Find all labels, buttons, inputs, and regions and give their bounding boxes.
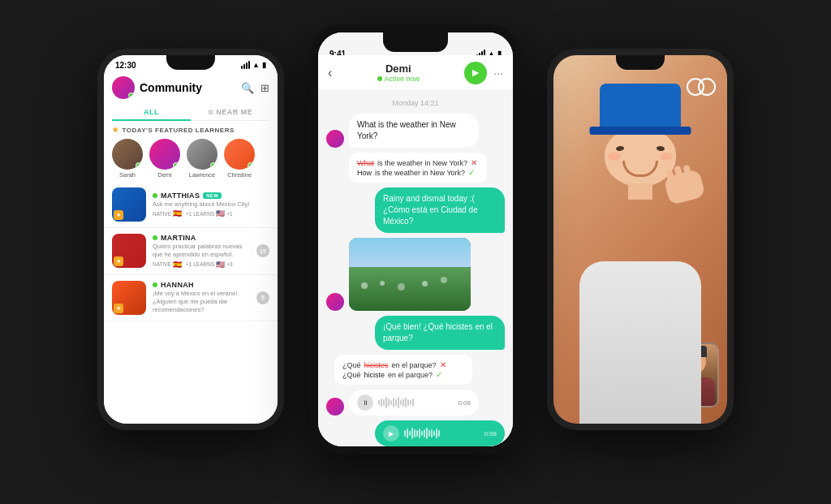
audio-player-received[interactable]: ⏸ bbox=[349, 390, 479, 416]
ws5 bbox=[414, 429, 416, 437]
left-eye bbox=[616, 146, 624, 152]
wb8 bbox=[395, 399, 397, 406]
featured-person-demi[interactable]: Demi bbox=[149, 139, 180, 179]
hat-top bbox=[600, 84, 681, 128]
correction-text-1: is the weather in New York? bbox=[377, 159, 467, 167]
user-flags-matthias: NATIVE 🇪🇸 +1 LEARNS 🇺🇸 +1 bbox=[153, 209, 269, 218]
filter-icon[interactable]: ⊞ bbox=[260, 82, 269, 94]
video-call-button[interactable]: ▶ bbox=[464, 62, 487, 84]
msg-count-hannah: 5 bbox=[256, 291, 269, 304]
svg-point-1 bbox=[699, 79, 715, 95]
featured-avatars: Sarah Demi Lawrence bbox=[112, 139, 269, 179]
search-icon[interactable]: 🔍 bbox=[241, 82, 254, 94]
star-icon: ★ bbox=[112, 126, 119, 134]
featured-section: ★ TODAY'S FEATURED LEARNERS Sarah Demi bbox=[104, 121, 278, 182]
msg-row-sent-1: Rainy and dismal today :( ¿Cómo está en … bbox=[326, 187, 505, 233]
right-cheek bbox=[660, 153, 673, 161]
online-dot-christine bbox=[248, 162, 254, 169]
logo-svg bbox=[687, 78, 716, 96]
video-person bbox=[553, 55, 727, 424]
back-button[interactable]: ‹ bbox=[328, 66, 332, 80]
user-name-martina: MARTINA bbox=[161, 234, 196, 242]
audio-duration-received: 0:08 bbox=[458, 399, 471, 407]
tab-all[interactable]: ALL bbox=[112, 104, 191, 120]
user-bio-martina: Quiero practicar palabras nuevas que he … bbox=[153, 243, 250, 259]
x-mark: ✕ bbox=[471, 158, 477, 167]
wb9 bbox=[398, 397, 399, 408]
date-divider: Monday 14:21 bbox=[326, 99, 505, 107]
battery-icon: ▮ bbox=[262, 61, 266, 69]
featured-person-sarah[interactable]: Sarah bbox=[112, 139, 143, 179]
chat-header-center: Demi Active now bbox=[338, 62, 458, 83]
play-icon: ▶ bbox=[389, 430, 394, 437]
center-phone: 9:41 ▲ ▮ ‹ Demi Active now bbox=[310, 24, 521, 454]
partner-avatar-3 bbox=[326, 398, 344, 416]
signal-bar-2 bbox=[243, 64, 245, 69]
smile bbox=[622, 161, 658, 177]
park-person-1 bbox=[361, 282, 368, 289]
signal-bars bbox=[241, 61, 250, 69]
correction2-prefix: ¿Qué bbox=[342, 361, 361, 369]
wb7 bbox=[393, 398, 394, 407]
park-person-2 bbox=[380, 281, 385, 286]
wifi-icon: ▲ bbox=[252, 61, 260, 69]
wb4 bbox=[385, 397, 387, 408]
video-icon: ▶ bbox=[472, 67, 479, 78]
left-notch bbox=[166, 55, 215, 70]
featured-avatar-demi bbox=[149, 139, 180, 170]
waveform-sent bbox=[404, 425, 479, 442]
online-dot-demi bbox=[173, 162, 179, 169]
check-mark-2: ✓ bbox=[436, 370, 442, 379]
correction-box-1: What is the weather in New York? ✕ How i… bbox=[349, 153, 487, 183]
pause-button[interactable]: ⏸ bbox=[357, 394, 373, 411]
signal-bar-3 bbox=[246, 62, 248, 69]
community-screen: 12:30 ▲ ▮ Community 🔍 ⊞ bbox=[104, 55, 278, 424]
user-avatar bbox=[112, 76, 135, 99]
featured-label: ★ TODAY'S FEATURED LEARNERS bbox=[112, 126, 269, 134]
online-indicator bbox=[128, 93, 134, 98]
body bbox=[579, 261, 701, 424]
park-grass bbox=[349, 267, 471, 311]
chat-image bbox=[349, 238, 471, 311]
neck bbox=[628, 183, 652, 200]
park-sky bbox=[349, 238, 471, 267]
list-item-matthias[interactable]: ★ MATTHIAS NEW Ask me anything about Mex… bbox=[104, 182, 278, 228]
ws6 bbox=[416, 430, 418, 437]
right-notch bbox=[616, 55, 665, 70]
ws2 bbox=[407, 429, 408, 438]
signal-bar-1 bbox=[241, 66, 243, 69]
check-mark: ✓ bbox=[468, 168, 475, 177]
correction-text-2: is the weather in New York? bbox=[375, 169, 465, 177]
video-screen bbox=[553, 55, 727, 424]
more-options-button[interactable]: ··· bbox=[493, 67, 503, 80]
status-icons-left: ▲ ▮ bbox=[241, 61, 266, 69]
community-title: Community bbox=[140, 81, 236, 94]
correct-word: How bbox=[357, 169, 372, 177]
correction2-suffix: en el parque? bbox=[392, 361, 437, 369]
wb14 bbox=[410, 400, 411, 405]
play-button-sent[interactable]: ▶ bbox=[383, 425, 399, 442]
finger-3 bbox=[682, 165, 692, 179]
ws10 bbox=[426, 428, 428, 439]
audio-player-sent[interactable]: ▶ bbox=[375, 420, 505, 446]
user-name-hannah: HANNAH bbox=[161, 281, 194, 289]
online-dot-lawrence bbox=[210, 162, 217, 169]
x-mark-2: ✕ bbox=[440, 360, 446, 369]
tab-near-me[interactable]: ⊙ NEAR ME bbox=[191, 104, 269, 120]
list-item-martina[interactable]: ★ MARTINA Quiero practicar palabras nuev… bbox=[104, 228, 278, 275]
park-person-3 bbox=[398, 283, 405, 291]
user-flags-martina: NATIVE 🇪🇸 +1 LEARNS 🇺🇸 +3 bbox=[153, 261, 250, 269]
wb12 bbox=[405, 398, 407, 407]
online-dot-hannah bbox=[153, 282, 157, 287]
chat-screen: 9:41 ▲ ▮ ‹ Demi Active now bbox=[318, 32, 513, 446]
featured-person-christine[interactable]: Christine bbox=[224, 139, 255, 179]
correction2-correct-suffix: en el parque? bbox=[388, 371, 433, 379]
wb1 bbox=[378, 400, 380, 405]
right-phone bbox=[547, 49, 734, 430]
ws14 bbox=[436, 429, 437, 438]
audio-duration-sent: 0:08 bbox=[484, 430, 497, 437]
featured-person-lawrence[interactable]: Lawrence bbox=[187, 139, 217, 179]
user-name-row-martina: MARTINA bbox=[153, 234, 250, 242]
list-item-hannah[interactable]: ★ HANNAH ¡Me voy a México en el verano! … bbox=[104, 275, 278, 321]
right-eye bbox=[657, 146, 665, 152]
